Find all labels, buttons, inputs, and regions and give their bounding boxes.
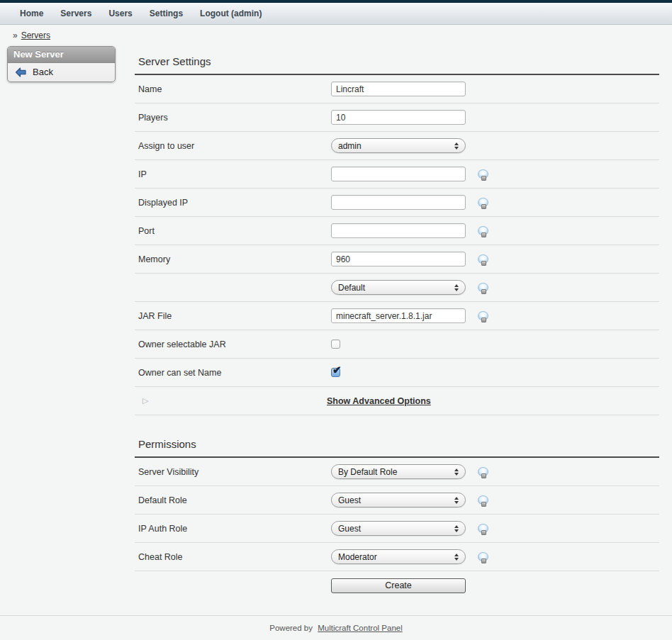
displayed-ip-input[interactable] [331, 195, 466, 210]
breadcrumb-servers-link[interactable]: Servers [21, 30, 50, 40]
form-row-memory: Memory [135, 245, 659, 274]
port-label: Port [138, 226, 331, 236]
select-stepper-icon [454, 284, 459, 291]
help-bulb-icon[interactable] [478, 495, 488, 505]
server-visibility-select[interactable]: By Default Role [331, 464, 466, 479]
form-row-owner-selectable-jar: Owner selectable JAR [135, 330, 659, 359]
memory-mode-select[interactable]: Default [331, 280, 466, 295]
back-button[interactable]: Back [8, 63, 115, 82]
ip-auth-role-selected-value: Guest [338, 524, 361, 534]
players-label: Players [138, 113, 331, 123]
memory-label: Memory [138, 254, 331, 264]
form-row-owner-can-set-name: Owner can set Name [135, 359, 659, 387]
cheat-role-selected-value: Moderator [338, 552, 377, 562]
nav-item-users[interactable]: Users [108, 9, 132, 18]
sidebar-title: New Server [8, 47, 115, 63]
back-button-label: Back [33, 67, 53, 77]
select-stepper-icon [454, 525, 459, 532]
help-bulb-icon[interactable] [478, 311, 488, 320]
form-row-advanced-options: ▷ Show Advanced Options [135, 387, 659, 415]
nav-item-settings[interactable]: Settings [150, 9, 183, 18]
nav-item-servers[interactable]: Servers [60, 9, 91, 18]
nav-item-logout[interactable]: Logout (admin) [200, 9, 262, 18]
main-content: Server Settings Name Players Assign to u… [135, 47, 659, 600]
form-row-jar-file: JAR File [135, 302, 659, 330]
cheat-role-select[interactable]: Moderator [331, 549, 466, 564]
owner-can-set-name-label: Owner can set Name [138, 368, 331, 378]
jar-file-input[interactable] [331, 308, 466, 323]
help-bulb-icon[interactable] [478, 198, 488, 207]
help-bulb-icon[interactable] [478, 226, 488, 235]
form-row-create: Create [135, 571, 659, 600]
nav-item-home[interactable]: Home [20, 9, 43, 18]
show-advanced-options-link[interactable]: Show Advanced Options [327, 396, 431, 406]
footer: Powered by Multicraft Control Panel [0, 615, 672, 632]
memory-mode-selected-value: Default [338, 283, 365, 293]
server-visibility-selected-value: By Default Role [338, 467, 397, 477]
help-bulb-icon[interactable] [478, 552, 488, 561]
create-button[interactable]: Create [331, 578, 466, 593]
breadcrumb-marker: » [13, 30, 18, 40]
main-navbar: Home Servers Users Settings Logout (admi… [0, 3, 672, 25]
owner-selectable-jar-label: Owner selectable JAR [138, 339, 331, 349]
form-row-default-role: Default Role Guest [135, 486, 659, 515]
help-bulb-icon[interactable] [478, 283, 488, 292]
assign-to-user-label: Assign to user [138, 141, 331, 151]
owner-selectable-jar-checkbox[interactable] [331, 339, 340, 349]
memory-input[interactable] [331, 252, 466, 266]
form-row-server-visibility: Server Visibility By Default Role [135, 458, 659, 486]
default-role-select[interactable]: Guest [331, 493, 466, 507]
select-stepper-icon [454, 468, 459, 476]
cheat-role-label: Cheat Role [138, 552, 331, 562]
powered-by-text: Powered by [269, 624, 313, 632]
name-label: Name [138, 84, 331, 94]
multicraft-link[interactable]: Multicraft Control Panel [318, 624, 403, 632]
permissions-heading: Permissions [135, 430, 659, 458]
select-stepper-icon [454, 554, 459, 561]
assign-to-user-select[interactable]: admin [331, 138, 466, 153]
form-row-cheat-role: Cheat Role Moderator [135, 543, 659, 571]
ip-auth-role-select[interactable]: Guest [331, 521, 466, 536]
form-row-port: Port [135, 217, 659, 245]
form-row-assign-to-user: Assign to user admin [135, 132, 659, 160]
form-row-players: Players [135, 103, 659, 132]
jar-file-label: JAR File [138, 311, 331, 321]
sidebar-panel: New Server Back [7, 46, 116, 82]
form-row-ip-auth-role: IP Auth Role Guest [135, 515, 659, 543]
help-bulb-icon[interactable] [478, 254, 488, 264]
server-settings-heading: Server Settings [135, 47, 659, 75]
select-stepper-icon [454, 497, 459, 504]
form-row-memory-mode: Default [135, 274, 659, 302]
help-bulb-icon[interactable] [478, 169, 488, 179]
ip-auth-role-label: IP Auth Role [138, 524, 331, 534]
owner-can-set-name-checkbox[interactable] [331, 368, 340, 377]
help-bulb-icon[interactable] [478, 524, 488, 533]
breadcrumb: » Servers [0, 25, 672, 47]
select-stepper-icon [454, 142, 459, 150]
ip-input[interactable] [331, 167, 466, 181]
assign-to-user-selected-value: admin [338, 141, 362, 151]
back-arrow-icon [15, 67, 27, 77]
displayed-ip-label: Displayed IP [138, 198, 331, 208]
help-bulb-icon[interactable] [478, 467, 488, 476]
default-role-selected-value: Guest [338, 495, 361, 505]
port-input[interactable] [331, 223, 466, 238]
form-row-name: Name [135, 75, 659, 103]
default-role-label: Default Role [138, 495, 331, 505]
players-input[interactable] [331, 110, 466, 125]
form-row-displayed-ip: Displayed IP [135, 189, 659, 217]
ip-label: IP [138, 169, 331, 179]
disclosure-triangle-icon[interactable]: ▷ [138, 396, 327, 405]
name-input[interactable] [331, 82, 466, 96]
server-visibility-label: Server Visibility [138, 467, 331, 477]
form-row-ip: IP [135, 160, 659, 189]
